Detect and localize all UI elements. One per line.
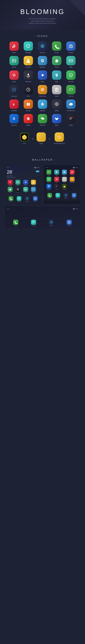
equation-mask [37, 132, 46, 142]
svg-point-98 [26, 198, 28, 199]
mockup2-nav-message-svg [57, 194, 59, 196]
mockup2-app-music[interactable]: Music [69, 170, 76, 176]
svg-point-80 [25, 136, 26, 137]
gallery-icon-bg [9, 56, 19, 65]
icon-item-map[interactable]: Map [50, 70, 63, 82]
svg-text:×: × [13, 90, 14, 91]
mockup2-thirdapp-svg [63, 185, 66, 188]
icon-item-mail[interactable]: Mail [65, 56, 77, 68]
mockup2-nav-camera[interactable]: Camera [72, 193, 77, 199]
mockup3-nav-browser[interactable]: Browser [49, 220, 54, 226]
mockup2-app-weather[interactable]: Weather [61, 170, 68, 176]
mockup2-app-filemanager-icon [70, 177, 75, 182]
mockup1-app-theme[interactable]: Theme [7, 187, 13, 193]
icon-item-wechat[interactable]: WeChat [36, 114, 49, 126]
folder-icon [68, 116, 74, 121]
mockup1-app-video[interactable]: Video [22, 180, 29, 186]
mockup1-nav-phone[interactable]: Phone [9, 196, 13, 202]
icon-item-weather[interactable]: Weather [36, 100, 49, 112]
mockup2-app-notes[interactable]: Notes [61, 177, 68, 183]
icon-item-notes[interactable]: Notes [50, 85, 63, 97]
mockup3-nav-message-icon [31, 220, 36, 225]
mockup1-mail-svg [24, 188, 27, 191]
mockup1-appstore-svg [32, 188, 35, 191]
icon-item-folder[interactable]: Folder [65, 114, 77, 126]
mockup2-nav-message[interactable]: Message [56, 193, 60, 199]
mockup3-nav-phone[interactable]: Phone [13, 220, 18, 226]
svg-point-9 [70, 46, 72, 47]
icon-item-message[interactable]: Message [22, 42, 35, 53]
icon-item-reader[interactable]: Reader [22, 100, 35, 112]
mockup2-app-filemanager[interactable]: FileManager [69, 177, 76, 183]
mockup1-nav-message[interactable]: Message [17, 196, 21, 202]
svg-point-3 [29, 46, 29, 46]
icon-item-video[interactable]: Video [36, 70, 49, 82]
mockup1-app-gallery[interactable]: Gallery [15, 180, 21, 186]
icon-item-weibo[interactable]: 微 Weibo [22, 114, 35, 126]
mockup3-nav-message[interactable]: Message [31, 220, 36, 226]
icon-item-security[interactable]: Security [65, 70, 77, 82]
payment-icon: 支 [11, 116, 17, 121]
mockup2-app-payment-icon: 支 [47, 184, 51, 189]
phone-icon-bg [52, 42, 61, 51]
icon-item-music[interactable]: Music [8, 42, 20, 53]
mockup1-app-clock[interactable]: Clock [15, 187, 21, 193]
mockup2-app-filemanager-label: FileManager [70, 182, 75, 183]
icon-item-setting[interactable]: Setting [50, 100, 63, 112]
mockup2-nav-browser[interactable]: Browser [64, 193, 68, 199]
mockup2-app-thirdparty[interactable]: ThirdApp [61, 184, 68, 190]
icon-item-filebrowser[interactable]: Filebrowser [36, 85, 49, 97]
mockup2-app-map[interactable]: Map [53, 170, 60, 176]
mockup1-nav-browser[interactable]: Browser [25, 196, 30, 202]
mockup1-app-appstore[interactable]: AppStore [30, 187, 37, 193]
mockup2-nav-camera-svg [73, 194, 76, 196]
icon-item-xiaoyun[interactable]: XiaoYun [65, 85, 77, 97]
icon-item-appstore[interactable]: AppStore [36, 56, 49, 68]
xiaoyun-icon-bg [66, 85, 76, 94]
icon-item-payment[interactable]: 支 Payment [8, 114, 20, 126]
mockup2-nav-phone[interactable]: Phone [47, 193, 52, 199]
icon-item-browser[interactable]: Browser [36, 42, 49, 53]
equation-icon [20, 132, 29, 142]
icon-item-game[interactable]: Game [8, 70, 20, 82]
mockup3-nav-browser-icon [49, 220, 54, 225]
mail-icon-bg [66, 56, 76, 65]
icon-item-theme[interactable]: Theme [50, 56, 63, 68]
payment-label: Payment [11, 124, 17, 126]
svg-rect-18 [28, 74, 29, 76]
mockup2-status-bar: 21:14 ▌▌▌ 100% [46, 167, 78, 168]
icon-item-calculator[interactable]: + - × ÷ Calculator [8, 85, 20, 97]
svg-text:÷: ÷ [14, 90, 15, 91]
mockup2-app-xiaoyun-icon [47, 170, 51, 174]
icon-item-cloudservice[interactable]: Cloudservice [65, 100, 77, 112]
mockup1-apps-grid: 6 Calendar Gallery [7, 180, 39, 193]
icon-item-camera[interactable]: Camera [65, 42, 77, 53]
mockup1-toggle[interactable] [36, 170, 39, 172]
mockup2-app-security-icon [47, 177, 51, 182]
mockup2-app-xiaoyun[interactable]: XiaoYun [46, 170, 52, 176]
mockup2-app-security[interactable]: Security [46, 177, 52, 183]
clock-icon-bg [24, 85, 33, 94]
wallpaper-section: - WALLPAPER - 21:13 ▌▌▌ 100% 28° 北京 海淀区 [0, 148, 85, 241]
icon-item-baidu[interactable]: Baidu [50, 114, 63, 126]
svg-point-73 [72, 117, 73, 118]
mockup1-app-calendar[interactable]: 6 Calendar [7, 180, 13, 186]
mockup1-app-mail[interactable]: Mail [22, 187, 29, 193]
icon-item-recorder[interactable]: Recorder [22, 70, 35, 82]
mockup2-app-folder[interactable]: Folder [53, 184, 60, 190]
icon-item-contacts[interactable]: Contacts [22, 56, 35, 68]
appstore-icon [40, 58, 45, 63]
reader-icon-bg [24, 100, 33, 109]
mockup2-app-payment[interactable]: 支 Payment [46, 184, 52, 190]
mockup2-app-game[interactable]: Game [53, 177, 60, 183]
svg-point-121 [57, 195, 58, 195]
icon-item-calendar[interactable]: 6 Calendar [8, 100, 20, 112]
mockup1-app-contacts[interactable]: Contacts [30, 180, 37, 186]
mockup1-clock-svg [16, 188, 19, 191]
icon-item-phone[interactable]: Phone [50, 42, 63, 53]
svg-point-79 [23, 136, 24, 137]
mockup3-nav-camera[interactable]: Camera [67, 220, 72, 226]
mockup1-nav-camera[interactable]: Camera [33, 196, 38, 202]
icon-item-clock[interactable]: Clock [22, 85, 35, 97]
icon-item-gallery[interactable]: Gallery [8, 56, 20, 68]
